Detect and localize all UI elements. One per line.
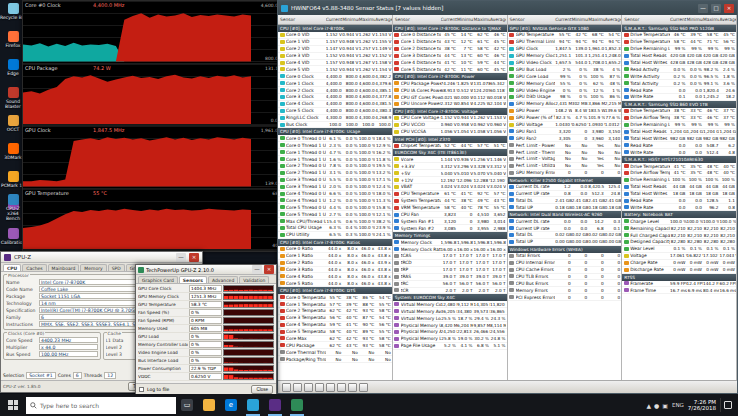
sensor-row[interactable]: Total Errors0000 — [508, 253, 622, 260]
sensor-row[interactable]: Vcore1.144 V0.936 V1.256 V1.146 V — [393, 156, 507, 163]
log-to-file-checkbox[interactable] — [139, 387, 144, 392]
sensor-row[interactable]: Page File Usage5.2 %4.1 %6.8 %5.1 % — [393, 343, 507, 350]
sensor-row[interactable]: Core 3 Thread 1 Usage2.0 %0.0 %100.0 %12… — [278, 184, 392, 191]
taskbar-clock[interactable]: 7:26 PM 7/26/2018 — [688, 399, 716, 412]
sensor-row[interactable]: Framerate59.9 FPS12.4 FPS144.2 FPS60.2 F… — [622, 281, 736, 288]
sensor-row[interactable]: Memory Clock1,596.81,596.81,596.81,596.8 — [393, 239, 507, 246]
sensor-row[interactable]: Perf. Limit - ThermalNoNoNoNo — [508, 149, 622, 156]
sensor-row[interactable]: Core 1 Clock4,400.0800.04,600.04,379.6 — [278, 80, 392, 87]
layout-icon[interactable] — [337, 383, 346, 392]
sensor-row[interactable]: Total Host Writes18 GB18 GB18 GB18 GB — [622, 191, 736, 198]
sensor-row[interactable]: Core 1 Distance to TjMAX43 °C12 °C61 °C4… — [393, 39, 507, 46]
column-header-minimum[interactable]: Minimum — [687, 17, 703, 22]
sensor-row[interactable]: Total CPU Usage6.3 %0.4 %100.0 %23.9 % — [278, 225, 392, 232]
sensor-group-header[interactable]: EUROCOM Sky X4C (ITE IT8613E) — [393, 149, 507, 156]
sensor-row[interactable]: Core 0 Distance to TjMAX45 °C14 °C62 °C4… — [393, 32, 507, 39]
sensor-row[interactable]: VRM Temperature58 °C40 °C78 °C55 °C — [393, 205, 507, 212]
sensor-row[interactable]: CPU Core Voltage (SVID)1.152 V0.944 V1.2… — [393, 115, 507, 122]
sensor-group-header[interactable]: CPU [#0]: Intel Core i7-8700K: DTS — [278, 287, 392, 294]
sensor-row[interactable]: Core 3 Thread 0 Usage5.5 %0.0 %100.0 %17… — [278, 177, 392, 184]
sensor-row[interactable]: GPU D3D Usage98 %0 %100 %86 % — [508, 94, 622, 101]
sensor-row[interactable]: Core 5 Distance to TjMAX42 °C11 °C60 °C4… — [393, 66, 507, 73]
sensor-row[interactable]: Drive Remaining Life99 %99 %99 %99 % — [622, 46, 736, 53]
sensor-row[interactable]: Core 0 VID1.152 V0.944 V1.262 V1.153 V — [278, 32, 392, 39]
sensor-group-header[interactable]: GPU [#0]: NVIDIA GeForce GTX 1080 — [508, 25, 622, 32]
sensor-row[interactable]: Total Host Reads44 GB44 GB44 GB44 GB — [622, 184, 736, 191]
gpuz-sensor-row[interactable]: GPU Temperature58.3 °C — [138, 301, 274, 309]
sensor-row[interactable]: Core 3 Ratio44.0 x8.0 x46.0 x43.8 x — [278, 267, 392, 274]
action-center-button[interactable] — [720, 398, 734, 412]
column-header-average[interactable]: Average — [719, 17, 735, 22]
sensor-row[interactable]: Perf. Limit - UtilizationNoNoYesNo — [508, 163, 622, 170]
sensor-row[interactable]: Total Host Writes428 GB428 GB428 GB428 G… — [622, 60, 736, 67]
graph-strip-3[interactable]: GPU Clock1,847.5 MHz1,961.0139.0 — [23, 126, 280, 189]
sensor-row[interactable]: Read Rate0.00.0548.76.2 — [622, 142, 736, 149]
sensor-row[interactable]: Wear Level0.1 %0.1 %0.1 %0.1 % — [622, 246, 736, 253]
sensor-row[interactable]: Core 0 Clock4,400.0800.04,600.04,382.2 — [278, 73, 392, 80]
sensor-row[interactable]: Remaining Capacity82,21082,21082,21082,2… — [622, 225, 736, 232]
sensor-row[interactable]: Write Rate0.10.01,245.218.2 — [622, 94, 736, 101]
sensor-row[interactable]: Total Host Reads1,204 GB1,204 GB1,204 GB… — [622, 129, 736, 136]
taskbar-icon-cpu-z[interactable] — [264, 394, 286, 416]
column-header-minimum[interactable]: Minimum — [457, 17, 473, 22]
taskbar-icon-file-explorer[interactable] — [198, 394, 220, 416]
sensor-row[interactable]: Read Activity0.0 %0.0 %98.2 %2.4 % — [622, 66, 736, 73]
language-indicator[interactable]: ENG — [672, 402, 684, 408]
sensor-row[interactable]: Full Charged Capacity82,21082,21082,2108… — [622, 232, 736, 239]
sensor-row[interactable]: Perf. Limit - PowerNoNoYesNo — [508, 142, 622, 149]
sensor-row[interactable]: Core 3 Distance to TjMAX44 °C13 °C60 °C4… — [393, 53, 507, 60]
sensor-row[interactable]: Core 1 Ratio44.0 x8.0 x46.0 x43.8 x — [278, 253, 392, 260]
sensor-row[interactable]: System Fan #13,12003,9803,014 — [393, 218, 507, 225]
tab-mainboard[interactable]: Mainboard — [48, 264, 80, 271]
sensor-row[interactable]: Core 4 Temperature59 °C41 °C90 °C56 °C — [278, 322, 392, 329]
gpuz-sensor-row[interactable]: Fan Speed (RPM)0 RPM — [138, 317, 274, 325]
sensor-row[interactable]: Core 3 Clock4,400.0800.04,600.04,377.8 — [278, 94, 392, 101]
sensor-row[interactable]: Memory Clock Ratio16.00 x16.00 x16.00 x1… — [393, 246, 507, 253]
sensor-group-header[interactable]: CPU [#0]: Intel Core i7-8700K: Voltage — [393, 108, 507, 115]
close-button[interactable]: × — [264, 265, 274, 274]
tab-sensors[interactable]: Sensors — [179, 276, 207, 283]
sensor-row[interactable]: Total Host Reads420 GB420 GB420 GB420 GB — [622, 53, 736, 60]
sensor-row[interactable]: Core 1 VID1.157 V0.948 V1.262 V1.155 V — [278, 39, 392, 46]
sensor-row[interactable]: CPU Utility6.5 %0.3 %100.0 %24.1 % — [278, 232, 392, 239]
sensor-row[interactable]: GPU Thermal Limit94 °C94 °C94 °C94 °C — [508, 39, 622, 46]
cpuz-titlebar[interactable]: CPU-Z — × — [1, 252, 202, 263]
reset-icon[interactable] — [315, 383, 324, 392]
sensor-row[interactable]: Frame Time16.7 ms6.9 ms80.4 ms16.6 ms — [622, 287, 736, 294]
sensor-row[interactable]: CPU Temperature61 °C41 °C92 °C57 °C — [393, 191, 507, 198]
sensor-row[interactable]: CPU TLB Errors0000 — [508, 274, 622, 281]
graph-strip-4[interactable]: GPU Temperature55 °C6840 — [23, 189, 280, 252]
sensor-row[interactable]: Physical Memory Used8,420 MB6,204 MB9,85… — [393, 322, 507, 329]
sensor-group-header[interactable]: S.M.A.R.T.: Samsung SSD 860 EVO 1TB — [622, 101, 736, 108]
sensor-row[interactable]: Core 4 Thread 0 Usage6.6 %0.0 %100.0 %18… — [278, 191, 392, 198]
sensor-row[interactable]: Package/Ring ThrottlingNoNoNoNo — [278, 356, 392, 363]
sensor-row[interactable]: CPU VCCSA1.056 V1.054 V1.058 V1.056 V — [393, 129, 507, 136]
sensor-row[interactable]: CPU Bus Errors0000 — [508, 280, 622, 287]
sensor-row[interactable]: Core 1 Temperature57 °C39 °C88 °C55 °C — [278, 301, 392, 308]
sensor-row[interactable]: Core 0 Thread 0 Usage6.1 %0.0 %100.0 %18… — [278, 135, 392, 142]
sensor-row[interactable]: Voltage17.061 V16.822 V17.102 V17.043 V — [622, 253, 736, 260]
sensor-row[interactable]: Core 2 Ratio44.0 x8.0 x46.0 x43.9 x — [278, 260, 392, 267]
tjmax-icon[interactable] — [348, 383, 357, 392]
sensor-row[interactable]: tRP17.0 T17.0 T17.0 T17.0 T — [393, 267, 507, 274]
sensor-row[interactable]: Read Rate0.00.0128.51.1 — [622, 198, 736, 205]
help-icon[interactable] — [359, 383, 368, 392]
sensor-row[interactable]: Core 5 Thread 1 Usage2.7 %0.0 %100.0 %12… — [278, 211, 392, 218]
sensor-row[interactable]: System Temperature44 °C38 °C49 °C43 °C — [393, 198, 507, 205]
sensor-row[interactable]: Core 0 Ratio44.0 x8.0 x46.0 x43.8 x — [278, 246, 392, 253]
gear-icon[interactable] — [293, 383, 302, 392]
gpuz-sensor-row[interactable]: Power Consumption22.9 % TDP — [138, 365, 274, 373]
column-header-current[interactable]: Current — [670, 17, 686, 22]
column-header-sensor[interactable]: Sensor — [622, 17, 670, 22]
sensor-row[interactable]: Core 0 Temperature55 °C38 °C86 °C54 °C — [278, 294, 392, 301]
sensor-row[interactable]: Total DL2.41 GB2.41 GB2.41 GB2.41 GB — [508, 197, 622, 204]
column-header-sensor[interactable]: Sensor — [278, 17, 326, 22]
sensor-group-header[interactable]: S.M.A.R.T.: HGST HTS721010A9E630 — [622, 156, 736, 163]
sensor-row[interactable]: GPU Power148.2 W8.4 W183.5 W139.6 W — [508, 108, 622, 115]
logging-icon[interactable] — [326, 383, 335, 392]
sensor-row[interactable]: Core 5 Clock4,400.0800.04,600.04,380.3 — [278, 108, 392, 115]
sensor-row[interactable]: GPU Bus Load2 %0 %38 %4 % — [508, 66, 622, 73]
sensor-row[interactable]: CPU GT Cores Power0.021 W0.000 W0.112 W0… — [393, 94, 507, 101]
tab-spd[interactable]: SPD — [108, 264, 125, 271]
sensor-row[interactable]: VBAT3.024 V3.024 V3.024 V3.024 V — [393, 184, 507, 191]
